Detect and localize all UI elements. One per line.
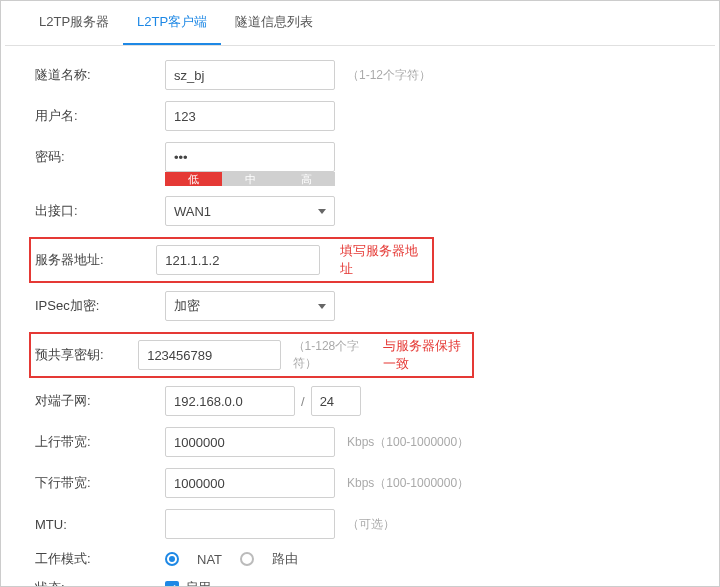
username-input[interactable] — [174, 102, 326, 130]
password-input[interactable] — [174, 143, 326, 171]
ipsec-value: 加密 — [174, 297, 200, 315]
psk-input-wrap[interactable] — [138, 340, 280, 370]
mode-nat-radio[interactable] — [165, 552, 179, 566]
password-input-wrap[interactable] — [165, 142, 335, 172]
subnet-mask-input[interactable] — [320, 387, 352, 415]
ipsec-select[interactable]: 加密 — [165, 291, 335, 321]
status-enable-text: 启用 — [185, 579, 211, 587]
mtu-input[interactable] — [174, 510, 326, 538]
tunnel-name-label: 隧道名称: — [35, 66, 165, 84]
interface-select[interactable]: WAN1 — [165, 196, 335, 226]
tunnel-name-input-wrap[interactable] — [165, 60, 335, 90]
server-address-input[interactable] — [165, 246, 311, 274]
psk-input[interactable] — [147, 341, 271, 369]
mode-route-radio[interactable] — [240, 552, 254, 566]
mtu-label: MTU: — [35, 517, 165, 532]
subnet-ip-wrap[interactable] — [165, 386, 295, 416]
username-input-wrap[interactable] — [165, 101, 335, 131]
tunnel-name-hint: （1-12个字符） — [347, 67, 431, 84]
server-address-input-wrap[interactable] — [156, 245, 320, 275]
subnet-slash: / — [301, 394, 305, 409]
down-bw-input[interactable] — [174, 469, 326, 497]
down-bw-wrap[interactable] — [165, 468, 335, 498]
chevron-down-icon — [318, 209, 326, 214]
tab-l2tp-server[interactable]: L2TP服务器 — [25, 1, 123, 45]
password-strength-bar: 低 中 高 — [165, 172, 335, 186]
up-bw-wrap[interactable] — [165, 427, 335, 457]
server-address-label: 服务器地址: — [35, 251, 156, 269]
psk-label: 预共享密钥: — [35, 346, 138, 364]
up-bw-label: 上行带宽: — [35, 433, 165, 451]
strength-high: 高 — [278, 172, 335, 186]
status-label: 状态: — [35, 579, 165, 587]
subnet-ip-input[interactable] — [174, 387, 286, 415]
mode-nat-text: NAT — [197, 552, 222, 567]
mode-route-text: 路由 — [272, 550, 298, 568]
mtu-hint: （可选） — [347, 516, 395, 533]
psk-annotation: 与服务器保持一致 — [383, 337, 468, 373]
ipsec-label: IPSec加密: — [35, 297, 165, 315]
status-enable-checkbox[interactable] — [165, 581, 179, 587]
chevron-down-icon — [318, 304, 326, 309]
subnet-label: 对端子网: — [35, 392, 165, 410]
server-annotation: 填写服务器地址 — [340, 242, 428, 278]
password-label: 密码: — [35, 148, 165, 166]
down-bw-hint: Kbps（100-1000000） — [347, 475, 469, 492]
interface-label: 出接口: — [35, 202, 165, 220]
mode-label: 工作模式: — [35, 550, 165, 568]
interface-value: WAN1 — [174, 204, 211, 219]
tab-tunnel-list[interactable]: 隧道信息列表 — [221, 1, 327, 45]
up-bw-hint: Kbps（100-1000000） — [347, 434, 469, 451]
l2tp-client-form: 隧道名称: （1-12个字符） 用户名: 密码: 低 中 高 出接口: — [5, 46, 715, 587]
subnet-mask-wrap[interactable] — [311, 386, 361, 416]
strength-med: 中 — [222, 172, 279, 186]
tabs: L2TP服务器 L2TP客户端 隧道信息列表 — [5, 1, 715, 46]
mtu-wrap[interactable] — [165, 509, 335, 539]
tunnel-name-input[interactable] — [174, 61, 326, 89]
tab-l2tp-client[interactable]: L2TP客户端 — [123, 1, 221, 45]
psk-hint: （1-128个字符） — [293, 338, 367, 372]
username-label: 用户名: — [35, 107, 165, 125]
up-bw-input[interactable] — [174, 428, 326, 456]
strength-low: 低 — [165, 172, 222, 186]
down-bw-label: 下行带宽: — [35, 474, 165, 492]
